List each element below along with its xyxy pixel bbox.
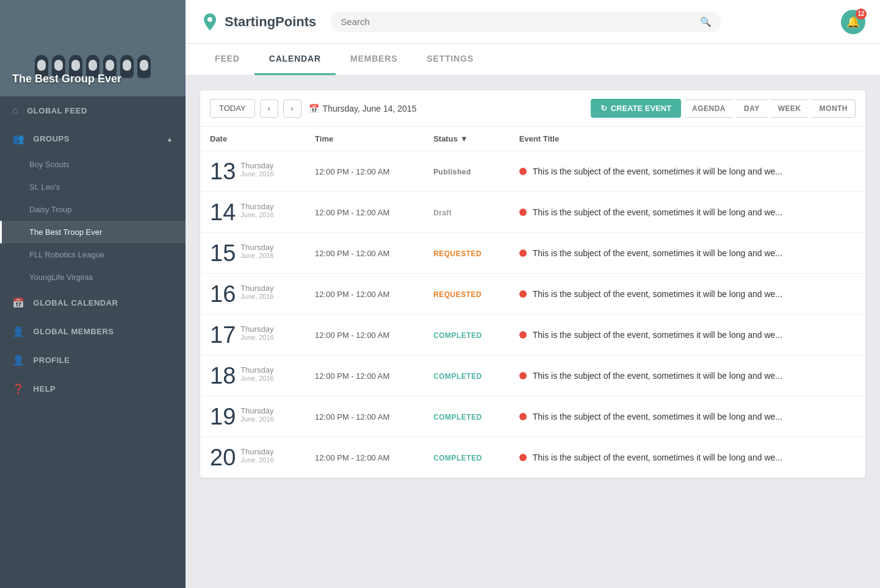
sidebar-label-help: HELP [34, 384, 56, 393]
date-day-month-5: Thursday June, 2016 [240, 364, 273, 382]
date-num-5: 18 [210, 364, 236, 387]
event-title-cell-4[interactable]: This is the subject of the event, someti… [510, 315, 865, 356]
sidebar-item-younglife-virginia[interactable]: YoungLife Virginia [0, 266, 186, 289]
main-content: StartingPoints 🔍 🔔 12 FEED CALENDAR MEMB… [186, 0, 880, 588]
time-cell-4: 12:00 PM - 12:00 AM [305, 315, 424, 356]
date-month-1: June, 2016 [240, 211, 273, 218]
date-day-1: Thursday [240, 202, 273, 211]
col-header-time: Time [305, 127, 424, 151]
time-text-4: 12:00 PM - 12:00 AM [315, 331, 389, 340]
group-label-fll-robotics: FLL Robotics League [29, 250, 104, 259]
sidebar-label-global-calendar: GLOBAL CALENDAR [34, 298, 118, 307]
create-event-button[interactable]: ↻ CREATE EVENT [591, 99, 681, 118]
status-badge-2: REQUESTED [433, 249, 481, 258]
sidebar-item-help[interactable]: ❓ HELP [0, 375, 186, 403]
date-num-1: 14 [210, 201, 236, 224]
view-week-button[interactable]: WEEK [771, 99, 809, 118]
time-text-0: 12:00 PM - 12:00 AM [315, 167, 389, 176]
date-day-month-1: Thursday June, 2016 [240, 201, 273, 218]
current-date-text: Thursday, June 14, 2015 [323, 104, 417, 113]
status-header-label: Status [433, 134, 458, 143]
svg-point-0 [207, 17, 212, 22]
view-agenda-button[interactable]: AGENDA [685, 99, 733, 118]
time-text-2: 12:00 PM - 12:00 AM [315, 249, 389, 258]
event-title-cell-7[interactable]: This is the subject of the event, someti… [510, 437, 865, 478]
view-month-button[interactable]: MONTH [812, 99, 856, 118]
table-row[interactable]: 13 Thursday June, 2016 12:00 PM - 12:00 … [200, 151, 865, 192]
table-row[interactable]: 14 Thursday June, 2016 12:00 PM - 12:00 … [200, 192, 865, 233]
status-badge-6: COMPLETED [433, 413, 482, 421]
today-button[interactable]: TODAY [210, 99, 255, 118]
date-num-0: 13 [210, 160, 236, 183]
sidebar-item-groups[interactable]: 👥 GROUPS ▲ [0, 124, 186, 153]
col-header-status[interactable]: Status ▼ [424, 127, 510, 151]
date-month-6: June, 2016 [240, 415, 273, 423]
sidebar-item-daisy-troup[interactable]: Daisy Troup [0, 198, 186, 221]
calendar-nav-icon: 📅 [309, 104, 319, 113]
sidebar-item-boy-scouts[interactable]: Boy Scouts [0, 153, 186, 176]
events-table: Date Time Status ▼ Event Title [200, 127, 865, 478]
time-cell-0: 12:00 PM - 12:00 AM [305, 151, 424, 192]
current-date-label: 📅 Thursday, June 14, 2015 [309, 104, 417, 113]
next-button[interactable]: › [283, 99, 301, 118]
sidebar-label-groups: GROUPS [34, 134, 70, 143]
date-num-3: 16 [210, 282, 236, 306]
date-month-7: June, 2016 [240, 456, 273, 464]
sidebar-item-profile[interactable]: 👤 PROFILE [0, 346, 186, 375]
status-badge-1: Draft [433, 209, 452, 217]
sidebar-item-global-members[interactable]: 👤 GLOBAL MEMBERS [0, 317, 186, 346]
event-title-cell-3[interactable]: This is the subject of the event, someti… [510, 274, 865, 315]
group-label-st-leos: St. Leo's [29, 182, 60, 192]
topbar-right: 🔔 12 [841, 10, 865, 34]
table-row[interactable]: 19 Thursday June, 2016 12:00 PM - 12:00 … [200, 396, 865, 437]
table-row[interactable]: 15 Thursday June, 2016 12:00 PM - 12:00 … [200, 233, 865, 274]
event-title-text-1: This is the subject of the event, someti… [533, 207, 782, 217]
status-cell-4: COMPLETED [424, 315, 510, 356]
date-day-5: Thursday [240, 365, 273, 375]
date-day-0: Thursday [240, 161, 273, 170]
event-title-text-4: This is the subject of the event, someti… [533, 330, 782, 340]
time-text-1: 12:00 PM - 12:00 AM [315, 208, 389, 217]
view-day-button[interactable]: DAY [737, 99, 767, 118]
col-header-event-title: Event Title [510, 127, 865, 151]
tab-calendar[interactable]: CALENDAR [254, 44, 336, 75]
table-row[interactable]: 18 Thursday June, 2016 12:00 PM - 12:00 … [200, 356, 865, 396]
event-title-cell-5[interactable]: This is the subject of the event, someti… [510, 356, 865, 396]
tab-members[interactable]: MEMBERS [336, 44, 412, 75]
event-title-cell-6[interactable]: This is the subject of the event, someti… [510, 396, 865, 437]
event-title-cell-0[interactable]: This is the subject of the event, someti… [510, 151, 865, 192]
table-row[interactable]: 17 Thursday June, 2016 12:00 PM - 12:00 … [200, 315, 865, 356]
sidebar-item-st-leos[interactable]: St. Leo's [0, 176, 186, 198]
event-dot-2 [519, 249, 527, 257]
sidebar-item-global-feed[interactable]: ⌂ GLOBAL FEED [0, 96, 186, 124]
help-icon: ❓ [12, 383, 25, 395]
event-dot-0 [519, 168, 527, 175]
time-text-7: 12:00 PM - 12:00 AM [315, 453, 389, 462]
logo[interactable]: StartingPoints [200, 12, 316, 32]
search-input[interactable] [341, 16, 695, 27]
tab-settings[interactable]: SETTINGS [412, 44, 488, 75]
sidebar-item-best-troop-ever[interactable]: The Best Troop Ever [0, 221, 186, 243]
toolbar-right: ↻ CREATE EVENT AGENDA DAY WEEK MONTH [591, 99, 856, 118]
event-title-cell-2[interactable]: This is the subject of the event, someti… [510, 233, 865, 274]
calendar-toolbar: TODAY ‹ › 📅 Thursday, June 14, 2015 ↻ CR… [200, 90, 865, 127]
tab-bar: FEED CALENDAR MEMBERS SETTINGS [186, 44, 880, 76]
home-icon: ⌂ [12, 105, 18, 116]
search-bar[interactable]: 🔍 [331, 12, 721, 32]
sidebar-item-global-calendar[interactable]: 📅 GLOBAL CALENDAR [0, 289, 186, 317]
event-title-cell-1[interactable]: This is the subject of the event, someti… [510, 192, 865, 233]
prev-button[interactable]: ‹ [260, 99, 278, 118]
sidebar-item-fll-robotics[interactable]: FLL Robotics League [0, 243, 186, 266]
status-cell-7: COMPLETED [424, 437, 510, 478]
date-cell-4: 17 Thursday June, 2016 [200, 315, 305, 356]
date-day-3: Thursday [240, 284, 273, 293]
event-title-text-5: This is the subject of the event, someti… [533, 371, 782, 381]
table-row[interactable]: 20 Thursday June, 2016 12:00 PM - 12:00 … [200, 437, 865, 478]
date-day-6: Thursday [240, 406, 273, 415]
tab-feed[interactable]: FEED [200, 44, 254, 75]
event-title-text-3: This is the subject of the event, someti… [533, 289, 782, 299]
event-dot-7 [519, 454, 527, 461]
status-cell-6: COMPLETED [424, 396, 510, 437]
notification-button[interactable]: 🔔 12 [841, 10, 865, 34]
table-row[interactable]: 16 Thursday June, 2016 12:00 PM - 12:00 … [200, 274, 865, 315]
